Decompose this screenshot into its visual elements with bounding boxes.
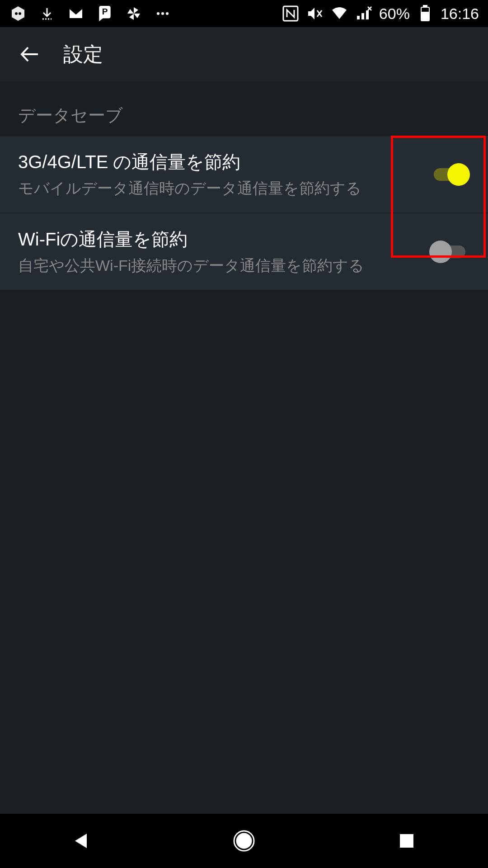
app-icon-1: [9, 5, 27, 23]
app-bar: 設定: [0, 27, 488, 81]
square-recent-icon: [398, 832, 415, 849]
setting-text: Wi-Fiの通信量を節約 自宅や公共Wi-Fi接続時のデータ通信量を節約する: [18, 227, 420, 276]
more-icon: [154, 5, 172, 23]
pinwheel-icon: [125, 5, 143, 23]
content-area: データセーブ 3G/4G/LTE の通信量を節約 モバイルデータ通信時のデータ通…: [0, 81, 488, 291]
mail-icon: [67, 5, 85, 23]
setting-mobile-data-saver[interactable]: 3G/4G/LTE の通信量を節約 モバイルデータ通信時のデータ通信量を節約する: [0, 136, 488, 213]
setting-description: 自宅や公共Wi-Fi接続時のデータ通信量を節約する: [18, 255, 420, 276]
section-header: データセーブ: [0, 81, 488, 136]
svg-point-1: [19, 12, 21, 15]
svg-point-6: [161, 12, 164, 15]
download-icon: [38, 5, 56, 23]
status-left-icons: P: [9, 5, 172, 23]
volume-mute-icon: [306, 5, 324, 23]
toggle-mobile-data-saver[interactable]: [429, 163, 470, 186]
svg-point-5: [157, 12, 160, 15]
svg-rect-14: [423, 5, 427, 7]
status-bar: P 60% 16:16: [0, 0, 488, 27]
signal-icon: [355, 5, 373, 23]
clock: 16:16: [441, 5, 479, 23]
setting-title: 3G/4G/LTE の通信量を節約: [18, 150, 420, 175]
svg-rect-19: [400, 834, 413, 848]
toggle-wifi-data-saver[interactable]: [429, 241, 470, 263]
setting-wifi-data-saver[interactable]: Wi-Fiの通信量を節約 自宅や公共Wi-Fi接続時のデータ通信量を節約する: [0, 213, 488, 291]
battery-icon: [416, 5, 434, 23]
nfc-icon: [282, 5, 300, 23]
circle-home-icon: [232, 829, 256, 853]
svg-point-18: [237, 834, 251, 848]
back-button[interactable]: [18, 43, 41, 66]
triangle-back-icon: [71, 831, 91, 851]
setting-description: モバイルデータ通信時のデータ通信量を節約する: [18, 178, 420, 199]
nav-home-button[interactable]: [230, 827, 258, 854]
svg-point-7: [166, 12, 169, 15]
svg-text:P: P: [102, 7, 108, 16]
status-right-icons: 60% 16:16: [282, 5, 479, 23]
svg-rect-15: [422, 12, 428, 20]
app-icon-p: P: [96, 5, 114, 23]
svg-point-0: [15, 12, 18, 15]
setting-text: 3G/4G/LTE の通信量を節約 モバイルデータ通信時のデータ通信量を節約する: [18, 150, 420, 199]
arrow-left-icon: [18, 43, 41, 66]
navigation-bar: [0, 814, 488, 868]
nav-back-button[interactable]: [68, 827, 95, 854]
battery-percent: 60%: [379, 5, 410, 23]
setting-title: Wi-Fiの通信量を節約: [18, 227, 420, 252]
nav-recent-button[interactable]: [393, 827, 420, 854]
page-title: 設定: [63, 41, 103, 68]
wifi-icon: [330, 5, 348, 23]
